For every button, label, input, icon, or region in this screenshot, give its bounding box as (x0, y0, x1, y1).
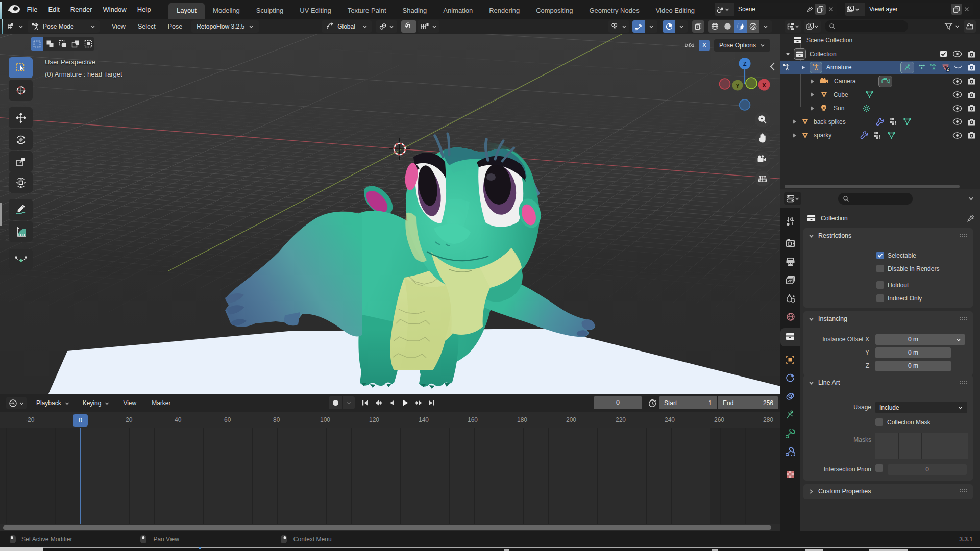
svg-text:2: 2 (946, 67, 949, 72)
svg-text:Z: Z (743, 61, 747, 67)
svg-text:X: X (762, 82, 766, 88)
svg-text:Y: Y (736, 83, 740, 89)
